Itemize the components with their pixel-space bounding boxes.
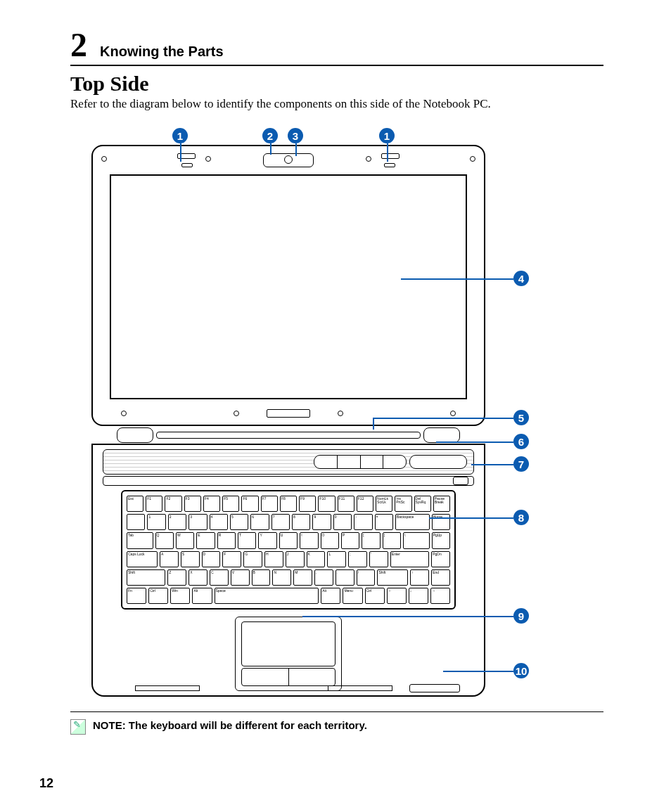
- status-indicators-front: [409, 684, 460, 692]
- key: Fn: [127, 588, 146, 604]
- key: Backspace: [395, 514, 430, 530]
- key: ]: [383, 532, 401, 548]
- key: Pause Break: [433, 496, 450, 512]
- section-title: Top Side: [70, 72, 603, 96]
- key: Ctrl: [148, 588, 168, 604]
- chapter-header: 2 Knowing the Parts: [70, 28, 603, 66]
- callout-8: 8: [513, 510, 529, 525]
- key: K: [307, 551, 326, 567]
- instant-keys: [314, 455, 407, 469]
- key: F12: [357, 496, 373, 512]
- brand-badge: [267, 409, 310, 418]
- callout-9: 9: [513, 608, 529, 624]
- chapter-number: 2: [70, 28, 87, 62]
- laptop-outline: EscF1F2F3F4F5F6F7F8F9F10F11F12NumLk ScrL…: [91, 145, 485, 700]
- key: D: [202, 551, 221, 567]
- key: T: [238, 532, 256, 548]
- callout-5: 5: [513, 410, 529, 425]
- key: `: [127, 514, 145, 530]
- power-button: [453, 477, 468, 485]
- callout-6: 6: [513, 434, 529, 449]
- key: Ctrl: [365, 588, 385, 604]
- key: ,: [314, 569, 333, 586]
- key: 3: [188, 514, 207, 530]
- callout-2: 2: [262, 128, 278, 143]
- key: I: [300, 532, 318, 548]
- key: F10: [318, 496, 335, 512]
- key: 9: [312, 514, 331, 530]
- section-intro: Refer to the diagram below to identify t…: [70, 97, 603, 111]
- key: F4: [203, 496, 220, 512]
- key: P: [341, 532, 359, 548]
- key: F2: [165, 496, 181, 512]
- key: U: [279, 532, 298, 548]
- key: 5: [230, 514, 248, 530]
- key: 0: [333, 514, 352, 530]
- key: 1: [147, 514, 165, 530]
- callout-3: 3: [288, 128, 303, 143]
- display-panel: [110, 174, 467, 399]
- key: 2: [168, 514, 186, 530]
- key: M: [293, 569, 312, 586]
- touchpad-buttons: [241, 668, 336, 686]
- key: Menu: [343, 588, 362, 604]
- key: End: [431, 569, 450, 586]
- key: Z: [167, 569, 186, 586]
- laptop-lid: [91, 145, 485, 426]
- key: Del SysRq: [414, 496, 431, 512]
- key: ←: [387, 588, 407, 604]
- key: W: [176, 532, 194, 548]
- key: A: [160, 551, 179, 567]
- key: Space: [215, 588, 319, 604]
- key: ;: [348, 551, 367, 567]
- key: 6: [250, 514, 269, 530]
- key: C: [210, 569, 229, 586]
- key: Enter: [390, 551, 429, 567]
- front-vent-left: [135, 685, 200, 691]
- key: 7: [271, 514, 290, 530]
- key: Alt: [321, 588, 340, 604]
- key: F1: [146, 496, 162, 512]
- key: -: [354, 514, 372, 530]
- touchpad-assembly: [235, 617, 342, 691]
- note-block: NOTE: The keyboard will be different for…: [70, 711, 603, 735]
- callout-7: 7: [513, 456, 529, 472]
- key: F11: [338, 496, 354, 512]
- key: ↓: [409, 588, 428, 604]
- key: ': [369, 551, 388, 567]
- key: E: [196, 532, 215, 548]
- key: J: [286, 551, 305, 567]
- key: Caps Lock: [127, 551, 158, 567]
- key: /: [357, 569, 376, 586]
- key: PgUp: [432, 532, 450, 548]
- key: F6: [241, 496, 258, 512]
- key: F8: [280, 496, 297, 512]
- key: Win: [170, 588, 190, 604]
- key: R: [217, 532, 236, 548]
- microphone-left: [181, 163, 193, 167]
- front-vent-right: [328, 685, 392, 691]
- key: Ins PrtSc: [395, 496, 411, 512]
- key: \: [403, 532, 430, 548]
- key: 4: [210, 514, 228, 530]
- key: X: [188, 569, 207, 586]
- hinge: [91, 425, 485, 446]
- key: Shift: [127, 569, 165, 586]
- callout-4: 4: [513, 271, 529, 286]
- key: 8: [292, 514, 310, 530]
- key: Shift: [377, 569, 408, 586]
- laptop-base: EscF1F2F3F4F5F6F7F8F9F10F11F12NumLk ScrL…: [91, 444, 485, 697]
- microphone-right: [384, 163, 395, 167]
- key: G: [243, 551, 262, 567]
- key: =: [375, 514, 393, 530]
- note-text: NOTE: The keyboard will be different for…: [93, 719, 367, 731]
- key: F5: [222, 496, 239, 512]
- key: S: [181, 551, 200, 567]
- key: Y: [258, 532, 276, 548]
- note-icon: [70, 719, 86, 735]
- key: Q: [155, 532, 174, 548]
- key: NumLk ScrLk: [376, 496, 392, 512]
- callout-10: 10: [513, 663, 529, 678]
- key: Tab: [127, 532, 153, 548]
- key: Home: [432, 514, 450, 530]
